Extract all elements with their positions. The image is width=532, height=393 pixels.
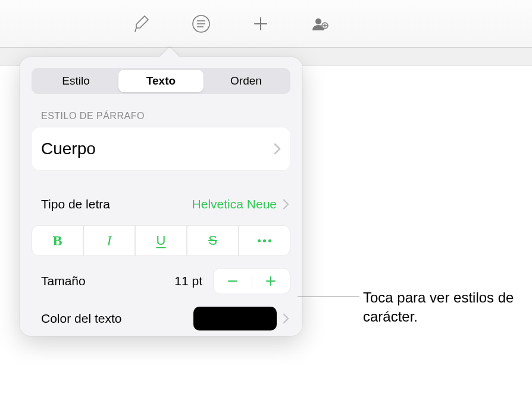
font-label: Tipo de letra [41, 197, 110, 211]
insert-icon[interactable] [244, 7, 277, 40]
font-value: Helvetica Neue [192, 197, 277, 211]
paragraph-style-card: Cuerpo [32, 127, 290, 170]
size-increase-button[interactable] [252, 269, 290, 294]
tab-text[interactable]: Texto [118, 70, 204, 92]
size-label: Tamaño [41, 274, 174, 288]
more-styles-button[interactable] [239, 225, 290, 256]
collaborate-icon[interactable] [303, 7, 337, 40]
strikethrough-button[interactable]: S [187, 225, 239, 256]
format-brush-icon[interactable] [125, 7, 158, 40]
callout-leader-line [298, 297, 359, 297]
paragraph-style-row[interactable]: Cuerpo [32, 127, 290, 170]
paragraph-style-section-label: Estilo de párrafo [32, 111, 290, 121]
paragraph-style-value: Cuerpo [41, 139, 96, 158]
strike-glyph: S [208, 233, 217, 248]
size-row: Tamaño 11 pt [32, 264, 290, 298]
italic-glyph: I [107, 233, 112, 249]
format-tabs: Estilo Texto Orden [32, 68, 290, 94]
text-color-swatch [193, 307, 277, 330]
size-decrease-button[interactable] [214, 269, 252, 294]
bold-button[interactable]: B [32, 225, 83, 256]
italic-button[interactable]: I [83, 225, 135, 256]
format-popover: Estilo Texto Orden Estilo de párrafo Cue… [20, 57, 302, 336]
chevron-right-icon [274, 143, 281, 155]
size-value: 11 pt [174, 274, 202, 288]
ellipsis-icon [258, 239, 271, 242]
list-format-icon[interactable] [184, 7, 218, 40]
tab-style[interactable]: Estilo [33, 70, 118, 92]
chevron-right-icon [283, 199, 289, 210]
callout-text: Toca para ver estilos de carácter. [363, 288, 530, 327]
text-style-buttons: B I U S [32, 225, 290, 256]
size-stepper [213, 268, 290, 294]
font-section: Tipo de letra Helvetica Neue B I U S Tam… [32, 188, 290, 336]
underline-button[interactable]: U [135, 225, 187, 256]
font-row[interactable]: Tipo de letra Helvetica Neue [32, 188, 290, 220]
text-color-row[interactable]: Color del texto [32, 301, 290, 336]
underline-glyph: U [157, 233, 166, 248]
tab-arrange[interactable]: Orden [204, 70, 289, 92]
svg-point-6 [315, 18, 321, 24]
bold-glyph: B [52, 233, 62, 249]
text-color-label: Color del texto [41, 311, 193, 326]
chevron-right-icon [283, 313, 289, 324]
toolbar [0, 0, 532, 48]
